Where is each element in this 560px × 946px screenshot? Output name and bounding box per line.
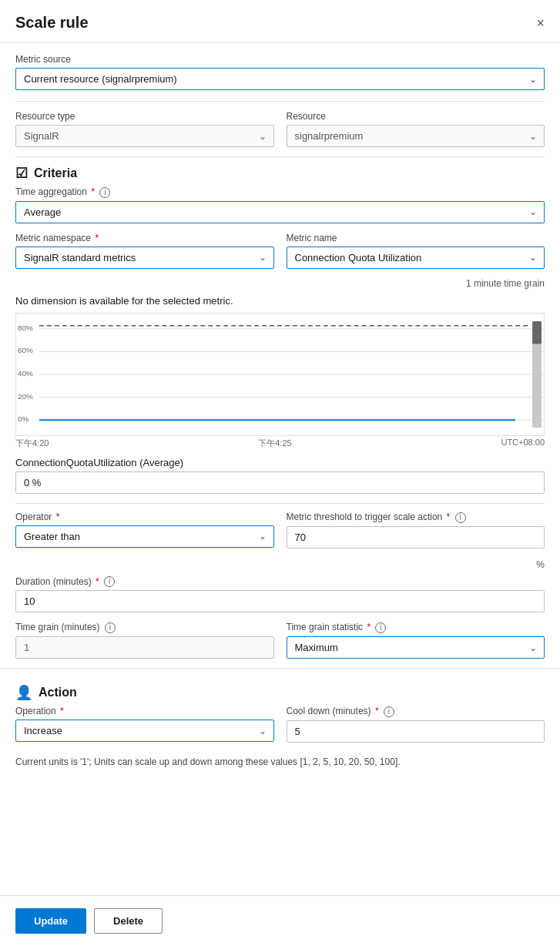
resource-col: Resource signalrpremium ⌄	[287, 111, 545, 147]
metric-namespace-wrapper: SignalR standard metrics ⌄	[15, 247, 274, 269]
metric-name-col: Metric name Connection Quota Utilization…	[287, 233, 545, 269]
time-aggregation-section: Time aggregation * i Average ⌄	[0, 186, 560, 223]
duration-input[interactable]	[15, 590, 545, 612]
metric-name-wrapper: Connection Quota Utilization ⌄	[287, 247, 545, 269]
metric-threshold-label: Metric threshold to trigger scale action…	[287, 512, 545, 523]
scale-rule-panel: Scale rule × Metric source Current resou…	[0, 0, 560, 946]
resource-select[interactable]: signalrpremium	[287, 125, 545, 147]
action-header: 👤 Action	[0, 676, 560, 706]
operation-select[interactable]: Increase	[15, 720, 274, 742]
criteria-title: Criteria	[34, 166, 77, 180]
metric-name-label: Metric name	[287, 233, 545, 243]
operation-cooldown-row: Operation * Increase ⌄ Cool down (minute…	[0, 706, 560, 743]
operation-required: *	[60, 706, 64, 716]
metric-threshold-required: *	[447, 512, 451, 522]
cool-down-col: Cool down (minutes) * i	[287, 706, 545, 743]
close-button[interactable]: ×	[536, 16, 545, 30]
time-grain-statistic-label: Time grain statistic * i	[287, 622, 545, 633]
units-note: Current units is '1'; Units can scale up…	[0, 752, 560, 777]
action-icon: 👤	[15, 684, 32, 701]
time-grain-statistic-wrapper: Maximum ⌄	[287, 636, 545, 659]
svg-text:80%: 80%	[18, 324, 33, 332]
operator-label: Operator *	[15, 512, 274, 522]
cool-down-required: *	[375, 706, 379, 716]
svg-rect-13	[532, 321, 542, 344]
cool-down-info-icon[interactable]: i	[384, 706, 394, 717]
time-grain-statistic-col: Time grain statistic * i Maximum ⌄	[287, 622, 545, 659]
resource-type-label: Resource type	[15, 111, 274, 122]
chart-area: 80% 60% 40% 20% 0%	[15, 313, 545, 436]
metric-display-label: ConnectionQuotaUtilization (Average)	[0, 451, 560, 471]
duration-required: *	[96, 576, 99, 587]
operator-required: *	[56, 512, 60, 522]
metric-threshold-info-icon[interactable]: i	[455, 512, 466, 523]
metric-namespace-row: Metric namespace * SignalR standard metr…	[0, 233, 560, 269]
criteria-header: ☑ Criteria	[0, 157, 560, 186]
chart-time-label-3: UTC+08:00	[501, 438, 545, 449]
chart-svg: 80% 60% 40% 20% 0%	[16, 314, 544, 435]
time-aggregation-label: Time aggregation * i	[15, 186, 545, 198]
resource-type-col: Resource type SignalR ⌄	[15, 111, 274, 147]
metric-name-select[interactable]: Connection Quota Utilization	[287, 247, 545, 269]
panel-header: Scale rule ×	[0, 0, 560, 43]
time-grain-statistic-info-icon[interactable]: i	[375, 622, 386, 633]
resource-row: Resource type SignalR ⌄ Resource signalr…	[0, 111, 560, 147]
resource-label: Resource	[287, 111, 545, 122]
chart-time-label-1: 下午4:20	[15, 438, 49, 449]
svg-text:20%: 20%	[18, 391, 33, 400]
cool-down-input[interactable]	[287, 720, 545, 743]
operation-col: Operation * Increase ⌄	[15, 706, 274, 743]
metric-namespace-required: *	[95, 233, 99, 243]
operation-label: Operation *	[15, 706, 274, 716]
criteria-icon: ☑	[15, 165, 28, 182]
percent-note: %	[0, 558, 560, 570]
operator-threshold-row: Operator * Greater than ⌄ Metric thresho…	[0, 512, 560, 548]
time-grain-note: 1 minute time grain	[0, 278, 560, 289]
divider-1	[15, 101, 545, 102]
divider-3	[15, 503, 545, 504]
time-grain-statistic-select[interactable]: Maximum	[287, 636, 545, 659]
svg-text:60%: 60%	[18, 346, 33, 354]
operator-select[interactable]: Greater than	[15, 525, 274, 548]
no-dimension-msg: No dimension is available for the select…	[0, 292, 560, 313]
divider-4	[0, 668, 560, 669]
resource-type-select[interactable]: SignalR	[15, 125, 274, 147]
metric-source-section: Metric source Current resource (signalrp…	[0, 43, 560, 101]
metric-source-select[interactable]: Current resource (signalrpremium)	[15, 68, 545, 90]
resource-type-wrapper: SignalR ⌄	[15, 125, 274, 147]
time-aggregation-info-icon[interactable]: i	[99, 187, 110, 198]
panel-title: Scale rule	[15, 14, 89, 32]
duration-section: Duration (minutes) * i	[0, 576, 560, 613]
time-aggregation-wrapper: Average ⌄	[15, 201, 545, 223]
svg-text:40%: 40%	[18, 369, 33, 377]
operator-wrapper: Greater than ⌄	[15, 525, 274, 548]
chart-time-labels: 下午4:20 下午4:25 UTC+08:00	[0, 436, 560, 451]
metric-threshold-col: Metric threshold to trigger scale action…	[287, 512, 545, 548]
resource-wrapper: signalrpremium ⌄	[287, 125, 545, 147]
cool-down-label: Cool down (minutes) * i	[287, 706, 545, 717]
update-button[interactable]: Update	[15, 908, 86, 934]
bottom-bar: Update Delete	[0, 895, 560, 946]
time-grain-minutes-col: Time grain (minutes) i	[15, 622, 274, 659]
duration-info-icon[interactable]: i	[104, 576, 115, 587]
time-aggregation-select[interactable]: Average	[15, 201, 545, 223]
metric-namespace-label: Metric namespace *	[15, 233, 274, 243]
time-grain-minutes-label: Time grain (minutes) i	[15, 622, 274, 633]
metric-threshold-input[interactable]	[287, 526, 545, 548]
time-grain-minutes-info-icon[interactable]: i	[105, 622, 116, 633]
metric-namespace-select[interactable]: SignalR standard metrics	[15, 247, 274, 269]
metric-value-box: 0 %	[15, 471, 545, 494]
metric-source-wrapper: Current resource (signalrpremium) ⌄	[15, 68, 545, 90]
delete-button[interactable]: Delete	[94, 908, 163, 934]
time-grain-statistic-required: *	[367, 622, 371, 632]
metric-namespace-col: Metric namespace * SignalR standard metr…	[15, 233, 274, 269]
time-grain-minutes-input[interactable]	[15, 636, 274, 659]
chart-time-label-2: 下午4:25	[258, 438, 291, 449]
time-aggregation-required: *	[91, 186, 95, 197]
operator-col: Operator * Greater than ⌄	[15, 512, 274, 548]
action-title: Action	[39, 686, 77, 699]
metric-source-label: Metric source	[15, 54, 545, 65]
time-grain-row: Time grain (minutes) i Time grain statis…	[0, 622, 560, 659]
duration-label: Duration (minutes) * i	[15, 576, 545, 588]
operation-wrapper: Increase ⌄	[15, 720, 274, 742]
